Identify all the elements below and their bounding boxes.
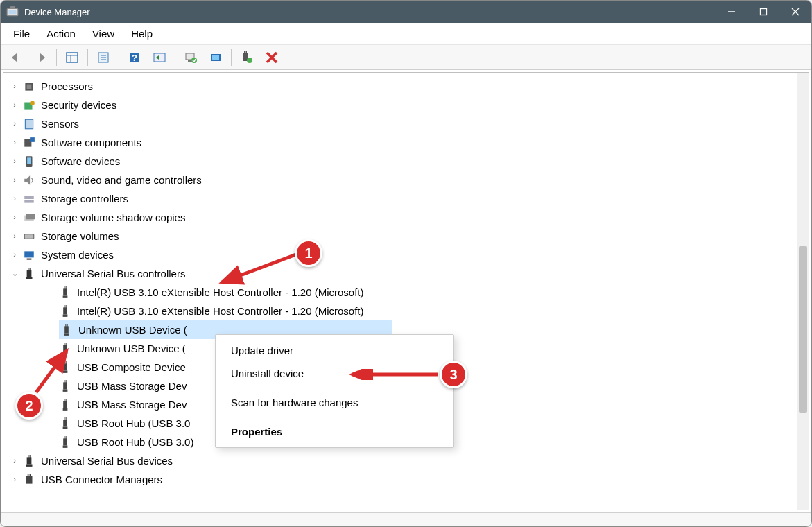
menu-help[interactable]: Help — [123, 25, 161, 42]
svg-rect-52 — [63, 307, 67, 314]
svg-rect-34 — [30, 137, 35, 142]
uninstall-device-button[interactable] — [260, 48, 284, 67]
properties-button[interactable] — [92, 48, 115, 67]
chevron-right-icon[interactable]: › — [9, 171, 20, 189]
chevron-right-icon[interactable]: › — [9, 96, 20, 114]
svg-point-25 — [247, 58, 252, 63]
svg-rect-78 — [66, 417, 67, 421]
category-icon — [23, 193, 35, 205]
svg-rect-85 — [28, 455, 28, 458]
device-label: Unknown USB Device ( — [77, 339, 186, 358]
tree-category[interactable]: ›Processors — [3, 77, 797, 96]
device-label: USB Root Hub (USB 3.0) — [77, 433, 193, 451]
category-icon — [23, 174, 35, 187]
svg-rect-86 — [30, 455, 31, 458]
chevron-right-icon[interactable]: › — [9, 227, 20, 245]
annotation-arrow-1 — [216, 253, 303, 288]
tree-category[interactable]: ›Sensors — [3, 114, 797, 133]
toolbar-separator — [231, 49, 232, 66]
svg-rect-72 — [63, 401, 67, 408]
menu-action[interactable]: Action — [38, 25, 84, 42]
tree-category[interactable]: ›Software components — [3, 133, 797, 152]
svg-rect-51 — [63, 295, 68, 297]
svg-rect-81 — [64, 436, 64, 440]
tree-category[interactable]: ›System devices — [3, 245, 797, 264]
category-label: Security devices — [41, 96, 116, 114]
forward-button[interactable] — [29, 48, 53, 67]
category-label: Sensors — [41, 114, 79, 133]
tree-device[interactable]: Intel(R) USB 3.10 eXtensible Host Contro… — [3, 302, 797, 320]
tree-category[interactable]: ›Security devices — [3, 96, 797, 114]
chevron-right-icon[interactable]: › — [9, 208, 20, 227]
window-title: Device Manager — [24, 7, 716, 17]
svg-rect-4 — [761, 9, 767, 15]
category-label: Sound, video and game controllers — [41, 171, 202, 189]
svg-rect-77 — [64, 417, 64, 421]
chevron-right-icon[interactable]: › — [9, 451, 20, 470]
ctx-properties[interactable]: Properties — [216, 420, 453, 443]
back-button[interactable] — [4, 48, 28, 67]
minimize-button[interactable] — [716, 1, 748, 23]
svg-rect-1 — [8, 10, 16, 15]
chevron-right-icon[interactable]: › — [9, 189, 20, 208]
svg-rect-83 — [63, 445, 68, 447]
category-label: Storage volume shadow copies — [41, 208, 185, 227]
ctx-separator — [223, 417, 447, 417]
usb-device-icon — [59, 436, 71, 449]
ctx-scan-hardware[interactable]: Scan for hardware changes — [216, 391, 453, 414]
svg-rect-45 — [28, 268, 28, 271]
toolbar: ? — [1, 45, 811, 70]
menu-file[interactable]: File — [5, 25, 38, 42]
device-manager-window: Device Manager File Action View Help ? ›… — [0, 0, 812, 527]
category-icon — [23, 474, 35, 486]
chevron-right-icon[interactable]: › — [9, 470, 20, 489]
device-label: USB Mass Storage Dev — [77, 395, 187, 414]
scrollbar-thumb[interactable] — [799, 246, 807, 413]
tree-category[interactable]: ›Storage volume shadow copies — [3, 208, 797, 227]
svg-rect-32 — [25, 119, 33, 129]
tree-category[interactable]: ›Storage volumes — [3, 227, 797, 245]
svg-rect-40 — [26, 214, 36, 219]
enable-device-button[interactable] — [235, 48, 259, 67]
close-button[interactable] — [779, 1, 811, 23]
action-button[interactable] — [148, 48, 171, 67]
chevron-right-icon[interactable]: › — [9, 245, 20, 264]
tree-category[interactable]: ⌄Universal Serial Bus controllers — [3, 264, 797, 283]
chevron-right-icon[interactable]: › — [9, 133, 20, 152]
category-icon — [23, 268, 35, 280]
maximize-button[interactable] — [748, 1, 779, 23]
ctx-update-driver[interactable]: Update driver — [216, 339, 453, 362]
svg-rect-16 — [154, 53, 165, 62]
tree-category[interactable]: ›Universal Serial Bus devices — [3, 451, 797, 470]
category-label: Storage volumes — [41, 227, 119, 245]
ctx-separator — [223, 388, 447, 388]
menubar: File Action View Help — [1, 23, 811, 45]
svg-rect-46 — [30, 268, 31, 271]
annotation-badge-3: 3 — [440, 361, 467, 388]
update-driver-button[interactable] — [204, 48, 227, 67]
category-label: Storage controllers — [41, 189, 128, 208]
svg-rect-29 — [27, 84, 32, 89]
help-button[interactable]: ? — [123, 48, 146, 67]
titlebar: Device Manager — [1, 1, 811, 23]
menu-view[interactable]: View — [84, 25, 123, 42]
tree-category[interactable]: ›Storage controllers — [3, 189, 797, 208]
category-icon — [23, 137, 35, 149]
svg-rect-50 — [66, 286, 67, 290]
chevron-down-icon[interactable]: ⌄ — [9, 264, 20, 283]
tree-category[interactable]: ›Software devices — [3, 152, 797, 171]
tree-category[interactable]: ›Sound, video and game controllers — [3, 171, 797, 189]
usb-device-icon — [60, 324, 73, 336]
scan-hardware-button[interactable] — [179, 48, 202, 67]
svg-rect-42 — [24, 251, 34, 257]
chevron-right-icon[interactable]: › — [9, 152, 20, 171]
chevron-right-icon[interactable]: › — [9, 114, 20, 133]
svg-rect-37 — [24, 196, 34, 199]
chevron-right-icon[interactable]: › — [9, 77, 20, 96]
svg-rect-75 — [63, 408, 68, 410]
show-hide-tree-button[interactable] — [60, 48, 84, 67]
tree-category[interactable]: ›USB Connector Managers — [3, 470, 797, 489]
usb-device-icon — [59, 399, 71, 411]
tree-device[interactable]: Intel(R) USB 3.10 eXtensible Host Contro… — [3, 283, 797, 302]
vertical-scrollbar[interactable] — [797, 73, 809, 510]
